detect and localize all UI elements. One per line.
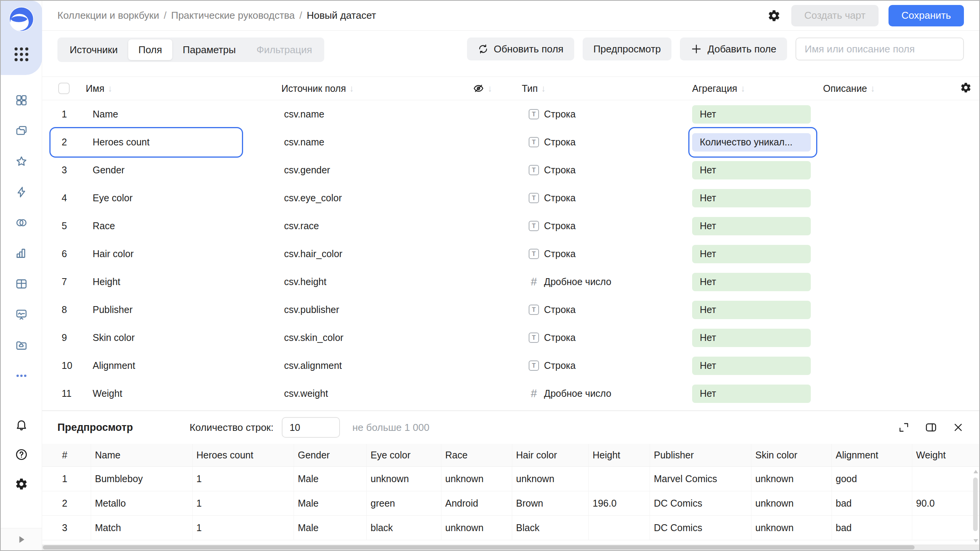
datalens-logo[interactable] xyxy=(8,6,35,33)
field-name[interactable]: Publisher xyxy=(86,304,281,315)
scroll-up-arrow-icon[interactable] xyxy=(973,470,978,473)
field-type[interactable]: TСтрока xyxy=(522,165,692,176)
breadcrumb-collections[interactable]: Коллекции и воркбуки xyxy=(57,10,159,21)
field-type-label: Строка xyxy=(544,109,576,120)
sidebar-item-settings[interactable] xyxy=(14,477,29,491)
sort-arrow-icon[interactable]: ↓ xyxy=(108,83,113,94)
field-type-label: Дробное число xyxy=(544,388,611,399)
field-type[interactable]: #Дробное число xyxy=(522,276,692,287)
refresh-fields-button[interactable]: Обновить поля xyxy=(467,37,574,60)
sidebar-item-storage[interactable] xyxy=(14,338,29,352)
tab-sources[interactable]: Источники xyxy=(59,39,128,60)
tab-filtering[interactable]: Фильтрация xyxy=(246,39,322,60)
field-name[interactable]: Skin color xyxy=(86,332,281,343)
select-all-checkbox[interactable] xyxy=(58,83,70,94)
aggregation-select[interactable]: Нет xyxy=(692,189,811,207)
field-name[interactable]: Gender xyxy=(86,165,281,176)
sidebar-item-charts[interactable] xyxy=(14,246,29,261)
field-name[interactable]: Height xyxy=(86,276,281,287)
expand-sidebar-icon[interactable] xyxy=(16,535,26,544)
eye-off-icon[interactable] xyxy=(473,83,484,94)
save-button[interactable]: Сохранить xyxy=(889,5,964,26)
aggregation-select[interactable]: Нет xyxy=(692,357,811,375)
aggregation-select[interactable]: Нет xyxy=(692,245,811,263)
field-type[interactable]: TСтрока xyxy=(522,332,692,343)
aggregation-select[interactable]: Количество уникал... xyxy=(692,133,811,152)
field-type[interactable]: #Дробное число xyxy=(522,388,692,399)
scrollbar-thumb[interactable] xyxy=(43,545,915,549)
ellipsis-icon xyxy=(15,369,28,382)
tab-fields[interactable]: Поля xyxy=(128,39,173,60)
scroll-down-arrow-icon[interactable] xyxy=(973,539,978,543)
split-panel-icon[interactable] xyxy=(925,421,937,434)
sort-arrow-icon[interactable]: ↓ xyxy=(350,83,354,94)
sidebar-item-relations[interactable] xyxy=(14,215,29,230)
field-type[interactable]: TСтрока xyxy=(522,192,692,204)
sidebar-item-favorites[interactable] xyxy=(14,154,29,169)
aggregation-select[interactable]: Нет xyxy=(692,217,811,235)
field-type[interactable]: TСтрока xyxy=(522,304,692,315)
sidebar-item-dashboards[interactable] xyxy=(14,93,29,108)
row-number: 5 xyxy=(58,220,86,231)
expand-preview-icon[interactable] xyxy=(898,422,910,433)
field-name[interactable]: Eye color xyxy=(86,192,281,204)
sidebar-item-help[interactable] xyxy=(14,447,29,462)
field-type[interactable]: TСтрока xyxy=(522,220,692,231)
sidebar-item-more[interactable] xyxy=(14,368,29,383)
aggregation-select[interactable]: Нет xyxy=(692,161,811,179)
field-source: csv.name xyxy=(281,109,473,120)
preview-toggle-button[interactable]: Предпросмотр xyxy=(583,37,671,60)
field-type[interactable]: TСтрока xyxy=(522,360,692,371)
create-chart-button[interactable]: Создать чарт xyxy=(791,5,879,26)
gear-icon[interactable] xyxy=(960,82,972,93)
scrollbar-thumb[interactable] xyxy=(973,478,978,531)
sidebar-item-tables[interactable] xyxy=(14,277,29,291)
aggregation-select[interactable]: Нет xyxy=(692,385,811,403)
row-number: 3 xyxy=(58,165,86,176)
cell: 1 xyxy=(192,467,294,491)
field-name[interactable]: Alignment xyxy=(86,360,281,371)
preview-vertical-scrollbar[interactable] xyxy=(973,445,978,543)
aggregation-select[interactable]: Нет xyxy=(692,105,811,124)
field-name[interactable]: Hair color xyxy=(86,248,281,259)
sort-arrow-icon[interactable]: ↓ xyxy=(541,83,546,94)
dataset-settings-button[interactable] xyxy=(767,8,781,23)
preview-horizontal-scrollbar[interactable] xyxy=(42,544,979,550)
field-type[interactable]: TСтрока xyxy=(522,137,692,148)
field-type[interactable]: TСтрока xyxy=(522,109,692,120)
field-name[interactable]: Weight xyxy=(86,388,281,399)
sidebar-item-notifications[interactable] xyxy=(14,417,29,432)
close-preview-icon[interactable] xyxy=(952,422,964,433)
field-search-input[interactable] xyxy=(795,37,964,60)
sidebar-item-monitoring[interactable] xyxy=(14,307,29,322)
aggregation-select[interactable]: Нет xyxy=(692,301,811,319)
cell: 90.0 xyxy=(912,491,968,515)
field-row-8: 8 Publisher csv.publisher TСтрока Нет xyxy=(42,296,979,324)
preview-col-skin-color: Skin color xyxy=(751,444,831,466)
field-type[interactable]: TСтрока xyxy=(522,248,692,259)
string-type-icon: T xyxy=(529,109,539,119)
sidebar-item-quick-actions[interactable] xyxy=(14,185,29,199)
aggregation-select[interactable]: Нет xyxy=(692,329,811,347)
add-field-button[interactable]: Добавить поле xyxy=(680,37,787,60)
tab-parameters[interactable]: Параметры xyxy=(172,39,246,60)
cell xyxy=(912,516,968,540)
field-source: csv.name xyxy=(281,137,473,148)
field-name[interactable]: Race xyxy=(86,220,281,231)
sidebar-item-collections[interactable] xyxy=(14,124,29,138)
aggregation-select[interactable]: Нет xyxy=(692,273,811,291)
sort-arrow-icon[interactable]: ↓ xyxy=(488,83,492,94)
refresh-icon xyxy=(478,44,488,54)
rows-count-input[interactable] xyxy=(282,417,340,438)
apps-grid-icon[interactable] xyxy=(15,47,28,61)
cell: DC Comics xyxy=(650,491,751,515)
field-source: csv.alignment xyxy=(281,360,473,371)
sort-arrow-icon[interactable]: ↓ xyxy=(871,83,875,94)
field-row-7: 7 Height csv.height #Дробное число Нет xyxy=(42,268,979,296)
table-settings xyxy=(960,82,972,95)
field-name[interactable]: Heroes count xyxy=(86,137,281,148)
field-name[interactable]: Name xyxy=(86,109,281,120)
cell: bad xyxy=(831,491,912,515)
sort-arrow-icon[interactable]: ↓ xyxy=(741,83,745,94)
breadcrumb-workbook[interactable]: Практические руководства xyxy=(171,10,295,21)
